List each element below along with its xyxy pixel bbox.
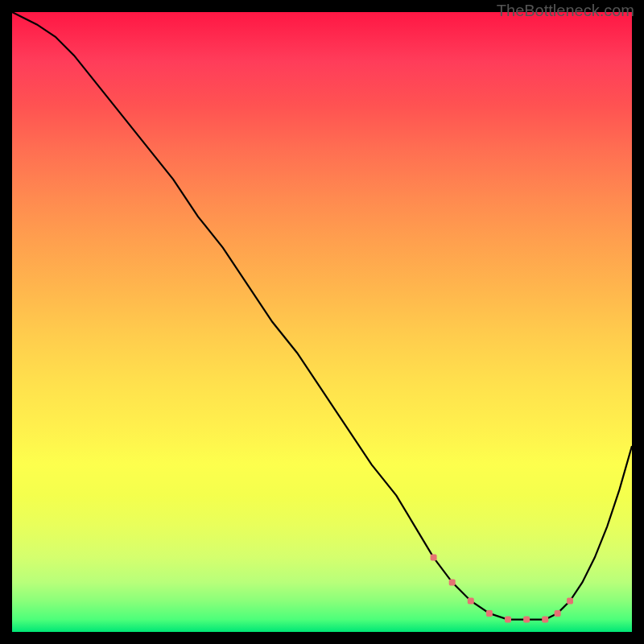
marker-group	[431, 555, 573, 623]
curve-marker	[555, 610, 561, 617]
curve-marker	[449, 579, 456, 585]
curve-marker	[542, 617, 548, 623]
chart-container: TheBottleneck.com	[0, 0, 644, 644]
bottleneck-curve-path	[12, 12, 632, 620]
curve-marker	[468, 598, 474, 605]
plot-area	[12, 12, 632, 632]
curve-marker	[431, 555, 437, 561]
curve-marker	[505, 617, 511, 623]
curve-svg	[12, 12, 632, 632]
curve-marker	[523, 617, 530, 623]
curve-marker	[486, 610, 493, 617]
watermark-label: TheBottleneck.com	[497, 2, 634, 20]
curve-marker	[567, 598, 573, 605]
